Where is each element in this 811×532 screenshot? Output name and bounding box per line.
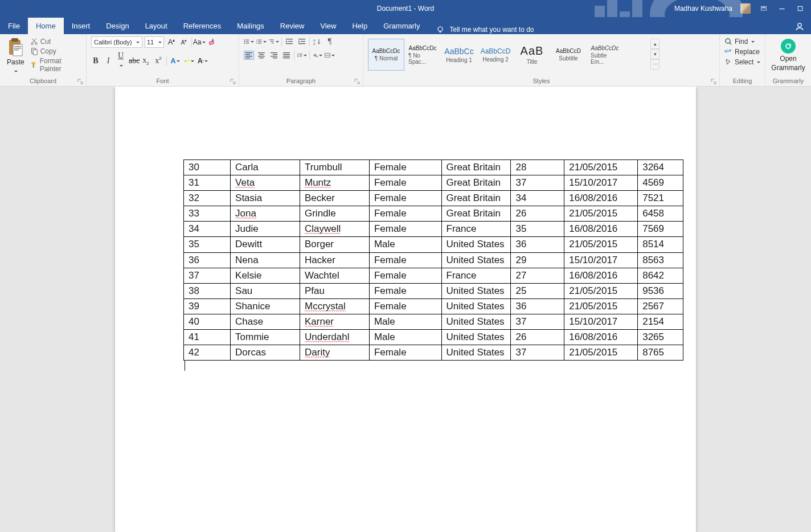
line-spacing-button[interactable]: [297, 50, 307, 60]
table-cell[interactable]: Female: [369, 283, 441, 298]
table-cell[interactable]: Male: [369, 314, 441, 329]
table-cell[interactable]: United States: [441, 330, 511, 345]
table-cell[interactable]: Claywell: [300, 222, 369, 237]
table-row[interactable]: 37KelsieWachtelFemaleFrance2716/08/20168…: [184, 268, 683, 283]
find-button[interactable]: Find: [724, 38, 760, 46]
table-cell[interactable]: 2567: [638, 298, 683, 314]
bullets-button[interactable]: [244, 36, 254, 47]
table-cell[interactable]: Sau: [231, 283, 300, 298]
table-cell[interactable]: 36: [184, 252, 231, 268]
font-launcher-icon[interactable]: [230, 78, 236, 85]
table-cell[interactable]: Grindle: [300, 206, 369, 222]
table-cell[interactable]: 8563: [638, 252, 683, 268]
table-cell[interactable]: 21/05/2015: [564, 298, 638, 314]
tab-help[interactable]: Help: [344, 18, 375, 34]
table-cell[interactable]: 8642: [638, 268, 683, 283]
table-cell[interactable]: Female: [369, 175, 441, 191]
tab-file[interactable]: File: [0, 18, 28, 34]
table-cell[interactable]: 8514: [638, 237, 683, 252]
table-cell[interactable]: 16/08/2016: [564, 191, 638, 206]
table-row[interactable]: 30CarlaTrumbullFemaleGreat Britain2821/0…: [184, 160, 683, 175]
table-cell[interactable]: France: [441, 268, 511, 283]
user-name[interactable]: Madhav Kushwaha: [674, 5, 732, 13]
clipboard-launcher-icon[interactable]: [77, 78, 84, 85]
table-cell[interactable]: 29: [511, 252, 564, 268]
table-cell[interactable]: 9536: [638, 283, 683, 298]
shrink-font-button[interactable]: A▾: [179, 37, 189, 47]
table-cell[interactable]: United States: [441, 314, 511, 329]
table-cell[interactable]: Carla: [231, 160, 300, 175]
table-cell[interactable]: Muntz: [300, 175, 369, 191]
numbering-button[interactable]: 123: [256, 36, 267, 47]
styles-expand[interactable]: ⋯: [650, 59, 660, 69]
data-table[interactable]: 30CarlaTrumbullFemaleGreat Britain2821/0…: [183, 159, 683, 361]
table-row[interactable]: 40ChaseKarnerMaleUnited States3715/10/20…: [184, 314, 683, 329]
tab-references[interactable]: References: [175, 18, 229, 34]
table-cell[interactable]: 21/05/2015: [564, 237, 638, 252]
table-cell[interactable]: Kelsie: [231, 268, 300, 283]
table-cell[interactable]: Great Britain: [441, 160, 511, 175]
highlight-button[interactable]: [184, 56, 194, 66]
table-cell[interactable]: Chase: [231, 314, 300, 329]
styles-scroll-up[interactable]: ▴: [650, 39, 660, 49]
sort-button[interactable]: AZ: [312, 36, 322, 47]
table-cell[interactable]: Female: [369, 298, 441, 314]
font-color-button[interactable]: A: [198, 56, 208, 66]
table-row[interactable]: 34JudieClaywellFemaleFrance3516/08/20167…: [184, 222, 683, 237]
style-subtitle[interactable]: AaBbCcDSubtitle: [550, 39, 587, 71]
table-cell[interactable]: Dorcas: [231, 345, 300, 361]
justify-button[interactable]: [281, 51, 292, 60]
table-cell[interactable]: Female: [369, 222, 441, 237]
show-marks-button[interactable]: ¶: [325, 36, 335, 47]
increase-indent-button[interactable]: [297, 36, 307, 47]
table-cell[interactable]: Shanice: [231, 298, 300, 314]
table-cell[interactable]: 6458: [638, 206, 683, 222]
table-cell[interactable]: 2154: [638, 314, 683, 329]
table-cell[interactable]: 35: [511, 222, 564, 237]
tab-insert[interactable]: Insert: [64, 18, 99, 34]
tell-me-input[interactable]: Tell me what you want to do: [436, 25, 534, 34]
table-cell[interactable]: 37: [511, 345, 564, 361]
table-row[interactable]: 35DewittBorgerMaleUnited States3621/05/2…: [184, 237, 683, 252]
share-icon[interactable]: [794, 21, 805, 32]
page[interactable]: 30CarlaTrumbullFemaleGreat Britain2821/0…: [115, 87, 696, 532]
table-cell[interactable]: Female: [369, 160, 441, 175]
text-effects-button[interactable]: A: [170, 56, 181, 66]
table-cell[interactable]: 37: [511, 314, 564, 329]
table-cell[interactable]: 7569: [638, 222, 683, 237]
cut-button[interactable]: Cut: [30, 38, 81, 46]
table-cell[interactable]: 37: [184, 268, 231, 283]
table-cell[interactable]: United States: [441, 283, 511, 298]
ribbon-display-icon[interactable]: [759, 3, 769, 14]
table-cell[interactable]: 34: [184, 222, 231, 237]
table-cell[interactable]: 26: [511, 206, 564, 222]
table-cell[interactable]: 21/05/2015: [564, 160, 638, 175]
tab-grammarly[interactable]: Grammarly: [375, 18, 428, 34]
table-cell[interactable]: Mccrystal: [300, 298, 369, 314]
format-painter-button[interactable]: Format Painter: [30, 57, 81, 73]
table-cell[interactable]: 16/08/2016: [564, 268, 638, 283]
table-cell[interactable]: Dewitt: [231, 237, 300, 252]
table-cell[interactable]: 7521: [638, 191, 683, 206]
superscript-button[interactable]: x2: [154, 56, 163, 66]
tab-view[interactable]: View: [312, 18, 344, 34]
table-cell[interactable]: 15/10/2017: [564, 252, 638, 268]
table-cell[interactable]: 33: [184, 206, 231, 222]
multilevel-list-button[interactable]: [269, 36, 279, 47]
align-center-button[interactable]: [256, 51, 267, 60]
change-case-button[interactable]: Aa: [194, 37, 204, 47]
table-cell[interactable]: Judie: [231, 222, 300, 237]
table-cell[interactable]: Darity: [300, 345, 369, 361]
align-right-button[interactable]: [269, 51, 279, 60]
clear-formatting-button[interactable]: A: [207, 37, 217, 47]
table-row[interactable]: 39ShaniceMccrystalFemaleUnited States362…: [184, 298, 683, 314]
table-cell[interactable]: 21/05/2015: [564, 345, 638, 361]
table-cell[interactable]: Trumbull: [300, 160, 369, 175]
tab-home[interactable]: Home: [28, 18, 64, 34]
table-cell[interactable]: 21/05/2015: [564, 283, 638, 298]
table-cell[interactable]: Male: [369, 237, 441, 252]
styles-launcher-icon[interactable]: [710, 78, 717, 85]
table-row[interactable]: 31VetaMuntzFemaleGreat Britain3715/10/20…: [184, 175, 683, 191]
copy-button[interactable]: Copy: [30, 47, 81, 55]
table-cell[interactable]: 4569: [638, 175, 683, 191]
